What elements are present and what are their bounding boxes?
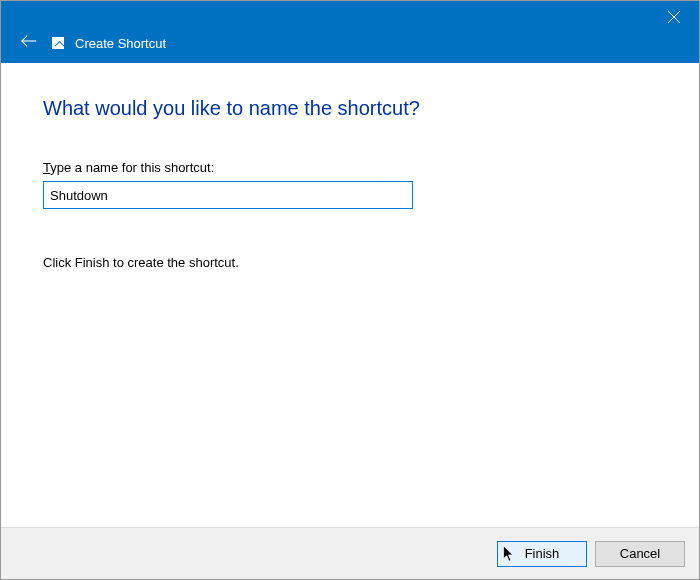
back-arrow-icon xyxy=(20,34,38,48)
titlebar: Create Shortcut xyxy=(1,1,699,63)
finish-button-label: Finish xyxy=(525,546,560,561)
create-shortcut-wizard: Create Shortcut What would you like to n… xyxy=(0,0,700,580)
name-field-label: Type a name for this shortcut: xyxy=(43,160,657,175)
cancel-button[interactable]: Cancel xyxy=(595,541,685,567)
shortcut-name-input[interactable] xyxy=(43,181,413,209)
close-button[interactable] xyxy=(649,1,699,33)
close-icon xyxy=(668,11,680,23)
wizard-content: What would you like to name the shortcut… xyxy=(1,63,699,527)
cancel-button-label: Cancel xyxy=(620,546,660,561)
finish-button[interactable]: Finish xyxy=(497,541,587,567)
wizard-footer: Finish Cancel xyxy=(1,527,699,579)
back-button[interactable] xyxy=(17,29,41,53)
window-title: Create Shortcut xyxy=(75,36,166,51)
shortcut-wizard-icon xyxy=(51,36,65,50)
page-heading: What would you like to name the shortcut… xyxy=(43,97,657,120)
mouse-cursor-icon xyxy=(502,545,516,563)
instruction-text: Click Finish to create the shortcut. xyxy=(43,255,657,270)
